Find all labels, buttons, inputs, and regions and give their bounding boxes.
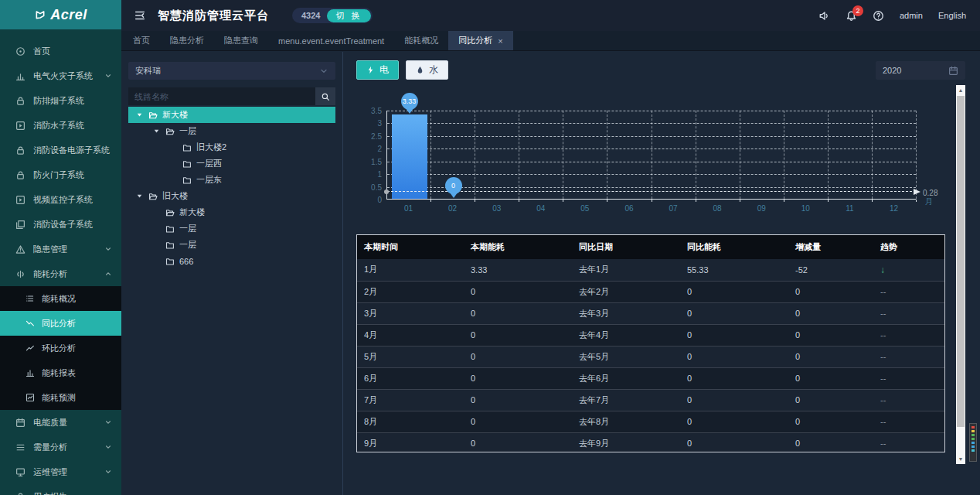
sidebar-item-label: 运维管理	[33, 466, 67, 478]
tree-node[interactable]: 666	[128, 253, 335, 269]
sidebar-subitem-yoy-analysis[interactable]: 同比分析	[0, 311, 121, 336]
tree-node[interactable]: 一层	[128, 123, 335, 139]
tree-node[interactable]: 一层东	[128, 172, 335, 188]
sidebar-item-hazard-management[interactable]: 隐患管理	[0, 237, 121, 261]
data-point-balloon: 0	[445, 177, 462, 194]
tab-home[interactable]: 首页	[123, 31, 160, 50]
search-input[interactable]	[128, 87, 315, 105]
tab-yoy-analysis[interactable]: 同比分析×	[448, 31, 512, 50]
sidebar-item-energy-analysis[interactable]: 能耗分析	[0, 261, 121, 286]
table-header-cell: 增减量	[788, 235, 873, 259]
language-switcher[interactable]: English	[938, 11, 966, 20]
sidebar-item-electrical-fire-subsystem[interactable]: 电气火灾子系统	[0, 63, 121, 88]
gridline-v	[696, 111, 696, 199]
sidebar-item-fire-door-subsystem[interactable]: 防火门子系统	[0, 162, 121, 187]
search-button[interactable]	[315, 87, 335, 105]
scroll-down-button[interactable]: ▼	[956, 454, 965, 464]
sidebar-item-operation-management[interactable]: 运维管理	[0, 459, 121, 484]
tree-node[interactable]: 一层西	[128, 155, 335, 172]
tab-hazard-analysis[interactable]: 隐患分析	[160, 31, 214, 50]
user-menu[interactable]: admin	[900, 11, 923, 20]
caret-down-icon[interactable]	[136, 111, 144, 118]
sidebar-item-label: 消防设备子系统	[33, 219, 93, 230]
folder-closed-icon	[165, 257, 175, 266]
copy-icon	[15, 220, 26, 230]
sidebar-item-fire-water-subsystem[interactable]: 消防水子系统	[0, 113, 121, 138]
page-title: 智慧消防管理云平台	[158, 9, 269, 23]
table-row: 9月0去年9月00--	[357, 432, 944, 452]
table-row: 8月0去年8月00--	[357, 411, 944, 432]
x-tick-mark	[607, 200, 607, 202]
sidebar-item-power-quality[interactable]: 电能质量	[0, 410, 121, 435]
table-cell: 1月	[357, 259, 464, 281]
table-row: 5月0去年5月00--	[357, 346, 944, 367]
sidebar-item-smoke-extraction-subsystem[interactable]: 防排烟子系统	[0, 88, 121, 113]
table-cell: 去年3月	[572, 302, 680, 324]
sidebar-subitem-energy-overview[interactable]: 能耗概况	[0, 286, 121, 311]
chevron-down-icon	[319, 67, 328, 76]
menu-fold-icon[interactable]	[134, 9, 146, 22]
year-value: 2020	[883, 66, 901, 75]
table-cell: 0	[464, 389, 572, 411]
gridline-v	[607, 111, 607, 199]
vertical-scrollbar[interactable]: ▲ ▼	[956, 85, 965, 464]
sidebar-subitem-label: 环比分析	[42, 343, 76, 354]
caret-down-icon[interactable]	[153, 128, 161, 135]
tree-node[interactable]: 新大楼	[128, 107, 335, 123]
tree-node-label: 一层	[179, 223, 196, 234]
minimap-dot	[971, 434, 975, 436]
play-icon	[15, 121, 26, 131]
tab-energy-overview[interactable]: 能耗概况	[394, 31, 448, 50]
sidebar-item-demand-analysis[interactable]: 需量分析	[0, 435, 121, 459]
tab-close-icon[interactable]: ×	[498, 36, 502, 46]
table-cell: 0	[680, 411, 788, 432]
minimap-dot	[971, 430, 975, 432]
sidebar-item-user-report[interactable]: 用户报告	[0, 484, 121, 495]
table-cell: 去年4月	[572, 324, 680, 346]
speaker-icon[interactable]	[818, 10, 830, 22]
sidebar-item-label: 电气火灾子系统	[33, 70, 93, 82]
tree-node[interactable]: 旧大楼	[128, 188, 335, 204]
scrollbar-thumb[interactable]	[957, 96, 965, 427]
x-tick-label: 05	[563, 204, 607, 213]
scroll-up-button[interactable]: ▲	[956, 85, 965, 95]
tree-node[interactable]: 一层	[128, 220, 335, 237]
line-down-icon	[26, 319, 35, 328]
table-cell: 去年1月	[572, 259, 680, 281]
sidebar-item-label: 防火门子系统	[33, 169, 84, 181]
company-select[interactable]: 安科瑞	[128, 62, 335, 80]
sidebar-item-fire-equipment-power-subsystem[interactable]: 消防设备电源子系统	[0, 138, 121, 162]
tree-node[interactable]: 旧大楼2	[128, 139, 335, 155]
trend-flat-text: --	[880, 417, 886, 426]
caret-down-icon[interactable]	[136, 193, 144, 200]
tree-node[interactable]: 一层	[128, 237, 335, 253]
table-row: 3月0去年3月00--	[357, 302, 944, 324]
sidebar-subitem-mom-analysis[interactable]: 环比分析	[0, 336, 121, 360]
tab-label: menu.event.eventTreatment	[278, 36, 384, 46]
sidebar-subitem-energy-forecast[interactable]: 能耗预测	[0, 385, 121, 410]
x-tick-label: 02	[430, 204, 475, 213]
table-header-row: 本期时间本期能耗同比日期同比能耗增减量趋势	[357, 235, 944, 259]
sidebar-item-home[interactable]: 首页	[0, 39, 121, 63]
x-axis-unit: 月	[925, 196, 933, 207]
electric-toggle-button[interactable]: 电	[356, 60, 399, 80]
x-tick-label: 09	[740, 204, 784, 213]
notifications-bell[interactable]: 2	[846, 10, 857, 22]
tab-event-treatment[interactable]: menu.event.eventTreatment	[268, 31, 394, 50]
x-tick-mark	[696, 200, 696, 202]
sidebar-item-fire-equipment-subsystem[interactable]: 消防设备子系统	[0, 212, 121, 237]
sidebar-item-video-monitoring-subsystem[interactable]: 视频监控子系统	[0, 187, 121, 212]
table-cell: 55.33	[680, 259, 788, 281]
switch-project-button[interactable]: 切 换	[327, 9, 370, 22]
x-tick-mark	[740, 200, 740, 202]
sidebar-item-label: 能耗分析	[33, 268, 67, 280]
chart-icon	[15, 71, 26, 81]
water-toggle-button[interactable]: 水	[406, 60, 448, 80]
data-point-balloon: 3.33	[401, 93, 418, 110]
sidebar-subitem-energy-report[interactable]: 能耗报表	[0, 360, 121, 385]
tree-node[interactable]: 新大楼	[128, 204, 335, 220]
tab-hazard-query[interactable]: 隐患查询	[214, 31, 268, 50]
year-picker[interactable]: 2020	[876, 61, 965, 80]
bar-icon	[26, 368, 35, 377]
help-icon[interactable]	[873, 10, 884, 22]
